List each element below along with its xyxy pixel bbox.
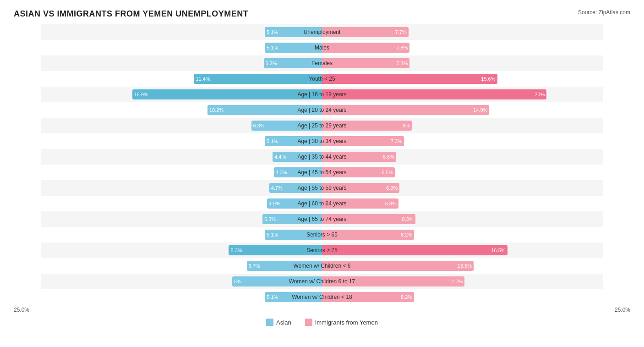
blue-bar: 4.9% [267, 198, 322, 209]
right-half: 7.8% [322, 40, 603, 55]
legend-asian-label: Asian [276, 319, 291, 326]
val-inside-left: 5.2% [264, 61, 279, 66]
right-half: 6.8% [322, 196, 603, 211]
chart-row: 5.3% 8.3% Age | 65 to 74 years [41, 211, 603, 227]
chart-row: 6.7% 13.5% Women w/ Children < 6 [41, 258, 603, 274]
left-half: 4.9% [41, 196, 322, 211]
blue-bar: 5.1% [265, 292, 322, 302]
legend-yemen-color [305, 319, 312, 326]
chart-body: 5.1% 7.7% Unemployment 5.1% 7.8% Males [14, 24, 630, 305]
pink-bar: 8% [322, 121, 412, 131]
val-inside-right: 8.2% [399, 294, 414, 300]
val-inside-right: 8.3% [400, 216, 415, 222]
chart-container: ASIAN VS IMMIGRANTS FROM YEMEN UNEMPLOYM… [0, 0, 644, 344]
pink-bar: 7.7% [322, 27, 409, 37]
legend-asian-color [266, 319, 273, 326]
right-half: 20% [322, 87, 603, 102]
val-inside-left: 4.7% [269, 185, 284, 191]
val-inside-left: 8% [232, 279, 243, 284]
blue-bar: 4.4% [273, 152, 322, 162]
chart-row: 11.4% 15.6% Youth < 25 [41, 71, 603, 87]
left-half: 5.1% [41, 289, 322, 305]
chart-row: 4.3% 6.5% Age | 45 to 54 years [41, 165, 603, 180]
chart-row: 5.1% 7.7% Unemployment [41, 24, 603, 40]
chart-row: 4.4% 6.6% Age | 35 to 44 years [41, 149, 603, 165]
right-half: 7.8% [322, 55, 603, 71]
pink-bar: 8.2% [322, 230, 414, 240]
val-inside-left: 4.4% [273, 154, 288, 160]
blue-bar: 10.2% [207, 105, 322, 115]
right-half: 14.9% [322, 102, 603, 118]
right-half: 16.5% [322, 242, 603, 258]
chart-row: 5.1% 8.2% Women w/ Children < 18 [41, 289, 603, 305]
chart-row: 16.9% 20% Age | 16 to 19 years [41, 87, 603, 102]
val-inside-right: 8.2% [399, 232, 414, 237]
val-inside-right: 6.8% [383, 201, 398, 206]
right-half: 6.5% [322, 165, 603, 180]
right-half: 8.2% [322, 227, 603, 242]
pink-bar: 6.9% [322, 183, 399, 193]
val-inside-left: 16.9% [132, 92, 150, 97]
legend-yemen-label: Immigrants from Yemen [315, 319, 378, 326]
chart-row: 6.3% 8% Age | 25 to 29 years [41, 118, 603, 133]
val-inside-right: 15.6% [479, 76, 497, 82]
right-half: 8% [322, 118, 603, 133]
val-inside-right: 6.6% [381, 154, 396, 160]
pink-bar: 14.9% [322, 105, 489, 115]
right-half: 6.6% [322, 149, 603, 165]
chart-title: ASIAN VS IMMIGRANTS FROM YEMEN UNEMPLOYM… [14, 9, 248, 19]
val-inside-left: 5.1% [265, 232, 280, 237]
axis-label-right: 25.0% [615, 307, 630, 313]
val-inside-right: 12.7% [447, 279, 464, 284]
val-inside-right: 6.5% [380, 170, 395, 175]
val-inside-left: 10.2% [207, 107, 225, 113]
right-half: 7.7% [322, 24, 603, 40]
pink-bar: 8.2% [322, 292, 414, 302]
left-half: 5.2% [41, 55, 322, 71]
left-half: 5.1% [41, 40, 322, 55]
blue-bar: 5.2% [264, 58, 322, 68]
val-inside-left: 5.1% [265, 294, 280, 300]
right-half: 8.2% [322, 289, 603, 305]
blue-bar: 6.3% [251, 121, 322, 131]
right-half: 15.6% [322, 71, 603, 87]
val-inside-right: 20% [533, 92, 546, 97]
right-half: 7.3% [322, 133, 603, 149]
left-half: 5.1% [41, 24, 322, 40]
pink-bar: 7.3% [322, 136, 404, 146]
val-inside-left: 11.4% [194, 76, 212, 82]
left-half: 5.1% [41, 227, 322, 242]
chart-row: 5.1% 8.2% Seniors > 65 [41, 227, 603, 242]
left-half: 10.2% [41, 102, 322, 118]
pink-bar: 6.5% [322, 167, 395, 177]
axis-row: 25.0% 25.0% [14, 305, 630, 315]
axis-label-left: 25.0% [14, 307, 29, 313]
val-inside-left: 4.9% [267, 201, 282, 206]
right-half: 6.9% [322, 180, 603, 196]
val-inside-right: 7.7% [393, 29, 409, 35]
pink-bar: 7.8% [322, 43, 409, 53]
left-half: 8% [41, 274, 322, 289]
left-half: 8.3% [41, 242, 322, 258]
chart-row: 5.1% 7.8% Males [41, 40, 603, 55]
left-half: 16.9% [41, 87, 322, 102]
pink-bar: 13.5% [322, 261, 474, 271]
left-half: 6.7% [41, 258, 322, 274]
val-inside-right: 7.3% [389, 138, 404, 144]
val-inside-right: 13.5% [456, 263, 474, 269]
chart-header: ASIAN VS IMMIGRANTS FROM YEMEN UNEMPLOYM… [14, 9, 630, 19]
val-inside-right: 8% [401, 123, 412, 128]
chart-row: 4.7% 6.9% Age | 55 to 59 years [41, 180, 603, 196]
left-half: 4.3% [41, 165, 322, 180]
val-inside-left: 5.1% [265, 45, 280, 50]
chart-row: 5.2% 7.8% Females [41, 55, 603, 71]
val-inside-right: 14.9% [471, 107, 489, 113]
left-half: 11.4% [41, 71, 322, 87]
left-half: 6.3% [41, 118, 322, 133]
val-inside-left: 5.3% [262, 216, 278, 222]
blue-bar: 5.1% [265, 27, 322, 37]
val-inside-right: 16.5% [489, 248, 507, 253]
blue-bar: 8.3% [229, 245, 322, 255]
pink-bar: 7.8% [322, 58, 409, 68]
val-inside-left: 8.3% [229, 248, 244, 253]
